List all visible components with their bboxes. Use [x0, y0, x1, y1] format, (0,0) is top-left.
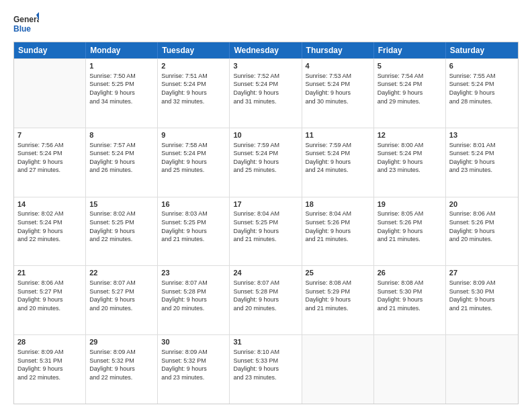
day-cell-28: 28Sunrise: 8:09 AM Sunset: 5:31 PM Dayli…: [14, 335, 86, 404]
day-cell-10: 10Sunrise: 7:59 AM Sunset: 5:24 PM Dayli…: [230, 128, 302, 197]
week-row-3: 14Sunrise: 8:02 AM Sunset: 5:24 PM Dayli…: [14, 197, 518, 266]
day-number-31: 31: [233, 337, 298, 347]
cell-info: Sunrise: 7:50 AM Sunset: 5:25 PM Dayligh…: [89, 72, 154, 105]
day-number-4: 4: [306, 61, 370, 71]
day-cell-30: 30Sunrise: 8:09 AM Sunset: 5:32 PM Dayli…: [158, 335, 230, 404]
day-number-22: 22: [89, 268, 154, 278]
cell-info: Sunrise: 7:54 AM Sunset: 5:24 PM Dayligh…: [378, 72, 442, 105]
header-day-tuesday: Tuesday: [158, 42, 230, 58]
day-cell-20: 20Sunrise: 8:06 AM Sunset: 5:26 PM Dayli…: [446, 197, 518, 266]
header-day-thursday: Thursday: [302, 42, 374, 58]
svg-text:General: General: [13, 15, 39, 24]
day-cell-11: 11Sunrise: 7:59 AM Sunset: 5:24 PM Dayli…: [302, 128, 374, 197]
calendar-header: SundayMondayTuesdayWednesdayThursdayFrid…: [14, 42, 518, 58]
day-cell-12: 12Sunrise: 8:00 AM Sunset: 5:24 PM Dayli…: [374, 128, 446, 197]
cell-info: Sunrise: 8:09 AM Sunset: 5:31 PM Dayligh…: [17, 348, 82, 381]
day-number-27: 27: [449, 268, 515, 278]
cell-info: Sunrise: 8:07 AM Sunset: 5:27 PM Dayligh…: [89, 279, 154, 312]
day-cell-22: 22Sunrise: 8:07 AM Sunset: 5:27 PM Dayli…: [86, 266, 158, 334]
day-number-12: 12: [378, 130, 442, 140]
day-number-19: 19: [378, 199, 442, 210]
week-row-1: 1Sunrise: 7:50 AM Sunset: 5:25 PM Daylig…: [14, 58, 518, 128]
header-day-wednesday: Wednesday: [230, 42, 302, 58]
cell-info: Sunrise: 8:10 AM Sunset: 5:33 PM Dayligh…: [233, 348, 298, 381]
cell-info: Sunrise: 8:08 AM Sunset: 5:30 PM Dayligh…: [378, 279, 442, 312]
header-day-saturday: Saturday: [446, 42, 518, 58]
day-cell-26: 26Sunrise: 8:08 AM Sunset: 5:30 PM Dayli…: [374, 266, 446, 334]
day-number-16: 16: [161, 199, 226, 210]
cell-info: Sunrise: 8:02 AM Sunset: 5:24 PM Dayligh…: [17, 210, 82, 243]
cell-info: Sunrise: 8:04 AM Sunset: 5:26 PM Dayligh…: [306, 210, 370, 243]
day-cell-8: 8Sunrise: 7:57 AM Sunset: 5:24 PM Daylig…: [86, 128, 158, 197]
day-cell-2: 2Sunrise: 7:51 AM Sunset: 5:24 PM Daylig…: [158, 59, 230, 128]
cell-info: Sunrise: 8:01 AM Sunset: 5:24 PM Dayligh…: [449, 141, 515, 175]
day-number-15: 15: [89, 199, 154, 210]
day-number-29: 29: [89, 337, 154, 347]
cell-info: Sunrise: 7:57 AM Sunset: 5:24 PM Dayligh…: [89, 141, 154, 175]
cell-info: Sunrise: 8:00 AM Sunset: 5:24 PM Dayligh…: [378, 141, 442, 175]
cell-info: Sunrise: 8:07 AM Sunset: 5:28 PM Dayligh…: [233, 279, 298, 312]
cell-info: Sunrise: 7:51 AM Sunset: 5:24 PM Dayligh…: [161, 72, 226, 105]
day-number-7: 7: [17, 130, 82, 140]
empty-cell: [302, 335, 374, 404]
cell-info: Sunrise: 8:09 AM Sunset: 5:32 PM Dayligh…: [161, 348, 226, 381]
day-number-25: 25: [306, 268, 370, 278]
empty-cell: [374, 335, 446, 404]
cell-info: Sunrise: 8:06 AM Sunset: 5:26 PM Dayligh…: [449, 210, 515, 243]
day-number-18: 18: [306, 199, 370, 210]
cell-info: Sunrise: 8:02 AM Sunset: 5:25 PM Dayligh…: [89, 210, 154, 243]
day-cell-19: 19Sunrise: 8:05 AM Sunset: 5:26 PM Dayli…: [374, 197, 446, 266]
day-cell-16: 16Sunrise: 8:03 AM Sunset: 5:25 PM Dayli…: [158, 197, 230, 266]
day-number-1: 1: [89, 61, 154, 71]
day-number-20: 20: [449, 199, 515, 210]
day-number-9: 9: [161, 130, 226, 140]
header-day-monday: Monday: [86, 42, 158, 58]
day-cell-27: 27Sunrise: 8:09 AM Sunset: 5:30 PM Dayli…: [446, 266, 518, 334]
day-number-6: 6: [449, 61, 515, 71]
week-row-2: 7Sunrise: 7:56 AM Sunset: 5:24 PM Daylig…: [14, 128, 518, 197]
cell-info: Sunrise: 8:09 AM Sunset: 5:30 PM Dayligh…: [449, 279, 515, 312]
day-cell-14: 14Sunrise: 8:02 AM Sunset: 5:24 PM Dayli…: [14, 197, 86, 266]
header: General Blue: [13, 12, 519, 36]
day-cell-23: 23Sunrise: 8:07 AM Sunset: 5:28 PM Dayli…: [158, 266, 230, 334]
day-cell-25: 25Sunrise: 8:08 AM Sunset: 5:29 PM Dayli…: [302, 266, 374, 334]
empty-cell: [446, 335, 518, 404]
cell-info: Sunrise: 7:56 AM Sunset: 5:24 PM Dayligh…: [17, 141, 82, 175]
day-number-8: 8: [89, 130, 154, 140]
header-day-friday: Friday: [374, 42, 446, 58]
empty-cell: [14, 59, 86, 128]
day-number-28: 28: [17, 337, 82, 347]
header-day-sunday: Sunday: [14, 42, 86, 58]
day-cell-9: 9Sunrise: 7:58 AM Sunset: 5:24 PM Daylig…: [158, 128, 230, 197]
day-number-11: 11: [306, 130, 370, 140]
cell-info: Sunrise: 8:05 AM Sunset: 5:26 PM Dayligh…: [378, 210, 442, 243]
cell-info: Sunrise: 7:58 AM Sunset: 5:24 PM Dayligh…: [161, 141, 226, 175]
cell-info: Sunrise: 8:08 AM Sunset: 5:29 PM Dayligh…: [306, 279, 370, 312]
day-number-26: 26: [378, 268, 442, 278]
calendar: SundayMondayTuesdayWednesdayThursdayFrid…: [13, 42, 519, 404]
day-cell-6: 6Sunrise: 7:55 AM Sunset: 5:24 PM Daylig…: [446, 59, 518, 128]
day-number-10: 10: [233, 130, 298, 140]
day-number-2: 2: [161, 61, 226, 71]
day-cell-3: 3Sunrise: 7:52 AM Sunset: 5:24 PM Daylig…: [230, 59, 302, 128]
svg-text:Blue: Blue: [13, 24, 31, 34]
day-number-30: 30: [161, 337, 226, 347]
day-cell-1: 1Sunrise: 7:50 AM Sunset: 5:25 PM Daylig…: [86, 59, 158, 128]
logo-graphic: General Blue: [13, 12, 39, 36]
day-number-23: 23: [161, 268, 226, 278]
day-cell-4: 4Sunrise: 7:53 AM Sunset: 5:24 PM Daylig…: [302, 59, 374, 128]
day-cell-15: 15Sunrise: 8:02 AM Sunset: 5:25 PM Dayli…: [86, 197, 158, 266]
cell-info: Sunrise: 7:59 AM Sunset: 5:24 PM Dayligh…: [306, 141, 370, 175]
day-cell-13: 13Sunrise: 8:01 AM Sunset: 5:24 PM Dayli…: [446, 128, 518, 197]
day-number-3: 3: [233, 61, 298, 71]
day-cell-21: 21Sunrise: 8:06 AM Sunset: 5:27 PM Dayli…: [14, 266, 86, 334]
day-number-13: 13: [449, 130, 515, 140]
cell-info: Sunrise: 8:06 AM Sunset: 5:27 PM Dayligh…: [17, 279, 82, 312]
cell-info: Sunrise: 7:59 AM Sunset: 5:24 PM Dayligh…: [233, 141, 298, 175]
day-number-5: 5: [378, 61, 442, 71]
cell-info: Sunrise: 7:53 AM Sunset: 5:24 PM Dayligh…: [306, 72, 370, 105]
day-number-24: 24: [233, 268, 298, 278]
cell-info: Sunrise: 8:03 AM Sunset: 5:25 PM Dayligh…: [161, 210, 226, 243]
day-cell-5: 5Sunrise: 7:54 AM Sunset: 5:24 PM Daylig…: [374, 59, 446, 128]
page: General Blue SundayMondayTuesdayWednesda…: [0, 0, 532, 411]
